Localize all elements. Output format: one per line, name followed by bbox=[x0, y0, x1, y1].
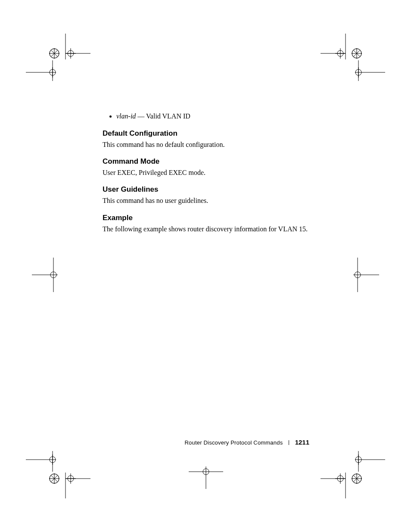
body-user-guidelines: This command has no user guidelines. bbox=[103, 196, 309, 205]
bullet-list: vlan-id — Valid VLAN ID bbox=[103, 111, 309, 121]
regmark-mid-right-icon bbox=[345, 258, 379, 292]
page-number: 1211 bbox=[295, 439, 309, 446]
bullet-sep: — bbox=[136, 112, 146, 120]
page-footer: Router Discovery Protocol Commands 1211 bbox=[103, 439, 309, 446]
body-command-mode: User EXEC, Privileged EXEC mode. bbox=[103, 168, 309, 177]
bullet-desc: Valid VLAN ID bbox=[146, 112, 190, 120]
regmark-top-right-icon bbox=[321, 34, 385, 81]
heading-command-mode: Command Mode bbox=[103, 157, 309, 166]
regmark-mid-left-icon bbox=[32, 258, 66, 292]
heading-default-config: Default Configuration bbox=[103, 129, 309, 138]
footer-separator bbox=[289, 440, 289, 445]
regmark-top-left-icon bbox=[26, 34, 90, 81]
heading-example: Example bbox=[103, 214, 309, 222]
regmark-bottom-right-icon bbox=[321, 451, 385, 498]
bullet-item: vlan-id — Valid VLAN ID bbox=[116, 111, 309, 121]
body-example: The following example shows router disco… bbox=[103, 224, 309, 234]
bullet-term: vlan-id bbox=[116, 112, 136, 120]
body-default-config: This command has no default configuratio… bbox=[103, 140, 309, 149]
page-content: vlan-id — Valid VLAN ID Default Configur… bbox=[103, 111, 309, 238]
regmark-bottom-left-icon bbox=[26, 451, 90, 498]
regmark-bottom-center-icon bbox=[189, 463, 223, 489]
footer-title: Router Discovery Protocol Commands bbox=[184, 439, 283, 446]
heading-user-guidelines: User Guidelines bbox=[103, 185, 309, 194]
